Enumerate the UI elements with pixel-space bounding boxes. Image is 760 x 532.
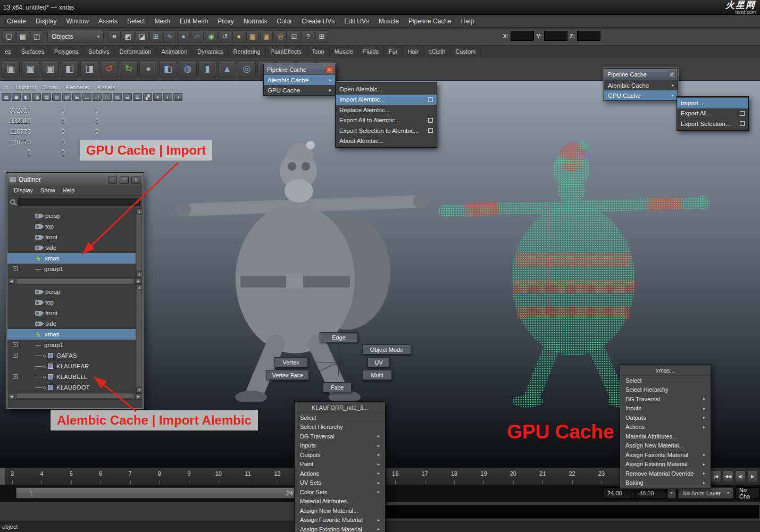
menu-window[interactable]: Window	[61, 15, 94, 28]
outliner-item-front[interactable]: front	[7, 308, 136, 318]
outliner-item-persp[interactable]: persp	[7, 286, 136, 297]
vertical-scrollbar[interactable]: ▲ ▼	[136, 284, 143, 393]
minimize-button[interactable]: –	[108, 176, 117, 184]
marking-item-multi[interactable]: Multi	[362, 370, 392, 380]
outliner-item-gafas[interactable]: +GAFAS	[7, 350, 136, 361]
maximize-button[interactable]: □	[120, 176, 129, 184]
current-time-indicator[interactable]	[0, 468, 5, 485]
wireframe-icon[interactable]: ▞	[143, 93, 152, 101]
open-render-view-icon[interactable]: ▦	[246, 30, 259, 43]
marking-item-object-mode[interactable]: Object Mode	[362, 344, 411, 354]
menu-item-select[interactable]: Select	[620, 376, 711, 385]
grid-icon[interactable]: ⊞	[72, 93, 81, 101]
outliner-item-top[interactable]: top	[7, 221, 136, 232]
render-camera-icon[interactable]: ▣	[2, 60, 20, 78]
option-box-icon[interactable]	[428, 118, 433, 123]
command-line-input[interactable]	[372, 505, 759, 519]
camera-attributes-icon[interactable]: ◧	[22, 93, 31, 101]
menu-item-import[interactable]: Import...	[677, 98, 748, 108]
play-forward-button[interactable]: ▶	[747, 470, 758, 483]
ipr-render-icon[interactable]: ◎	[274, 30, 287, 43]
tearoff-titlebar[interactable]: Pipeline Cache ×	[604, 69, 678, 80]
scroll-right-icon[interactable]: ▶	[135, 278, 142, 284]
menu-item-replace-alembic[interactable]: Replace Alembic...	[336, 105, 437, 115]
shelf-tab-fluids[interactable]: Fluids	[358, 46, 384, 57]
select-by-object-icon[interactable]: ◩	[122, 30, 135, 43]
scroll-right-icon[interactable]: ▶	[135, 393, 142, 399]
outliner-item-group1[interactable]: −group1	[7, 340, 136, 350]
shelf-tab-hair[interactable]: Hair	[403, 46, 423, 57]
character-set-field[interactable]: No Cha	[736, 487, 760, 499]
close-button[interactable]: ×	[131, 176, 140, 184]
marking-item-uv[interactable]: UV	[368, 357, 390, 367]
outliner-search-input[interactable]	[18, 198, 140, 206]
menu-help[interactable]: Help	[456, 15, 479, 28]
menu-display[interactable]: Display	[31, 15, 61, 28]
marking-item-vertex[interactable]: Vertex	[274, 357, 308, 367]
menu-color[interactable]: Color	[272, 15, 297, 28]
gray-sphere-icon[interactable]: ●	[139, 60, 157, 78]
anim-layer-dropdown[interactable]: No Anim Layer ▾	[678, 487, 733, 499]
option-box-icon[interactable]	[740, 111, 745, 116]
new-scene-icon[interactable]: ▢	[3, 30, 15, 43]
select-by-component-icon[interactable]: ◪	[136, 30, 148, 43]
marking-item-edge[interactable]: Edge	[320, 332, 358, 342]
menu-muscle[interactable]: Muscle	[374, 15, 404, 28]
option-box-icon[interactable]	[740, 121, 745, 126]
scrollbar-thumb[interactable]	[137, 291, 142, 386]
menu-item-dg-traversal[interactable]: DG Traversal▸	[620, 394, 711, 404]
menu-item-export-all-to-alembic[interactable]: Export All to Alembic...	[336, 115, 437, 126]
menu-item-remove-material-override[interactable]: Remove Material Override▸	[620, 469, 711, 478]
field-chart-icon[interactable]: ▨	[113, 93, 122, 101]
menu-item-assign-new-material[interactable]: Assign New Material...	[295, 506, 385, 516]
gate-mask-icon[interactable]: ◫	[103, 93, 112, 101]
collapse-icon[interactable]: −	[13, 342, 18, 347]
shelf-tab-painteffects[interactable]: PaintEffects	[265, 46, 307, 57]
scrollbar-thumb[interactable]	[16, 278, 134, 283]
shelf-tab-toon[interactable]: Toon	[307, 46, 330, 57]
safe-action-icon[interactable]: ⊟	[123, 93, 132, 101]
menu-edit-mesh[interactable]: Edit Mesh	[175, 15, 213, 28]
menu-normals[interactable]: Normals	[239, 15, 272, 28]
menu-item-outputs[interactable]: Outputs▸	[620, 413, 711, 423]
horizontal-scrollbar[interactable]: ◀ ▶	[7, 277, 143, 284]
marking-item-vertex-face[interactable]: Vertex Face	[266, 370, 309, 380]
scroll-left-icon[interactable]: ◀	[8, 393, 15, 399]
scrollbar-thumb[interactable]	[137, 215, 142, 271]
scroll-up-icon[interactable]: ▲	[136, 284, 143, 290]
menu-item-assign-existing-material[interactable]: Assign Existing Material▸	[620, 460, 711, 469]
vertical-scrollbar[interactable]: ▲ ▼	[136, 208, 143, 277]
menu-item-import-alembic[interactable]: Import Alembic...	[336, 95, 437, 105]
menu-edit-uvs[interactable]: Edit UVs	[339, 15, 374, 28]
horizontal-scrollbar[interactable]: ◀ ▶	[7, 393, 143, 400]
image-plane-icon[interactable]: ▤	[42, 93, 51, 101]
go-to-start-button[interactable]: |◀	[711, 470, 721, 483]
menu-proxy[interactable]: Proxy	[213, 15, 239, 28]
window-menu-icon[interactable]	[10, 177, 16, 182]
outliner-item-klaubell[interactable]: +KLAUBELL	[7, 371, 136, 382]
outliner-item-klauboot[interactable]: KLAUBOOT	[7, 382, 136, 393]
x-coordinate-input[interactable]	[511, 31, 534, 41]
collapse-icon[interactable]: −	[13, 266, 18, 271]
outliner-item-xmas[interactable]: ϟxmas	[7, 329, 136, 340]
outliner-item-group1[interactable]: −group1	[7, 264, 136, 274]
shelf-tab-subdivs[interactable]: Subdivs	[83, 46, 114, 57]
shelf-tab-muscle[interactable]: Muscle	[330, 46, 358, 57]
menu-item-assign-existing-material[interactable]: Assign Existing Material▸	[295, 525, 385, 532]
marking-item-face[interactable]: Face	[323, 382, 352, 392]
menu-item-baking[interactable]: Baking▸	[620, 478, 711, 488]
menu-item-select-hierarchy[interactable]: Select Hierarchy	[295, 423, 385, 432]
end-time-field[interactable]: 24.00	[604, 487, 633, 499]
menu-item-paint[interactable]: Paint▸	[295, 460, 385, 469]
outliner-menu-show[interactable]: Show	[37, 187, 59, 193]
menu-item-uv-sets[interactable]: UV Sets▸	[295, 478, 385, 488]
menu-item-dg-traversal[interactable]: DG Traversal▸	[295, 432, 385, 441]
playback-range-slider[interactable]: 1 24	[16, 487, 297, 499]
menu-item-select[interactable]: Select	[295, 413, 385, 423]
two-d-pan-zoom-icon[interactable]: ▥	[52, 93, 61, 101]
camera-aim-icon[interactable]: ▣	[21, 60, 39, 78]
shelf-tab-animation[interactable]: Animation	[156, 46, 193, 57]
playback-speed-field[interactable]: 48.00	[636, 487, 665, 499]
menu-item-about-alembic[interactable]: About Alembic...	[336, 136, 437, 147]
shelf-tab-dynamics[interactable]: Dynamics	[193, 46, 228, 57]
